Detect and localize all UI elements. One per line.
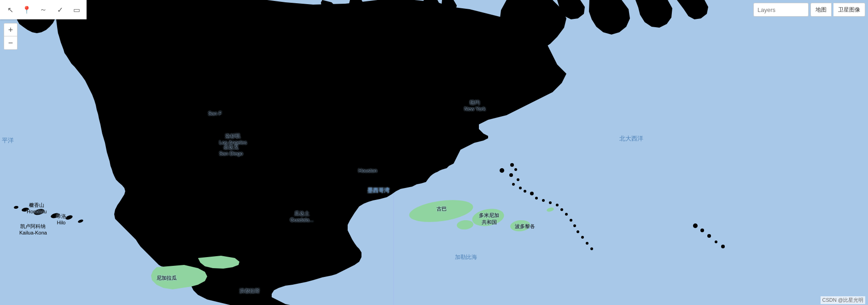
map-container[interactable]: ↖ 📍 ～ ✓ ▭ + − 地图 卫星图像 纽约New York 洛杉矶Los … [0,0,868,305]
layers-input[interactable] [753,3,809,17]
svg-point-4 [512,183,515,186]
select-tool-button[interactable]: ↖ [4,3,17,16]
svg-point-22 [707,234,711,238]
toolbar: ↖ 📍 ～ ✓ ▭ [0,0,87,19]
zoom-out-button[interactable]: − [4,36,17,49]
zoom-controls: + − [4,23,17,50]
svg-point-7 [530,192,534,195]
rectangle-tool-button[interactable]: ▭ [70,3,83,16]
pin-tool-button[interactable]: 📍 [20,3,33,16]
svg-point-18 [586,242,588,245]
svg-point-23 [715,240,717,243]
svg-point-14 [570,219,572,222]
svg-point-25 [500,168,504,173]
svg-point-8 [535,197,538,199]
svg-point-10 [549,201,552,204]
svg-point-16 [577,230,579,233]
svg-point-9 [542,199,545,202]
attribution: CSDN @比星光明 [821,296,865,304]
svg-point-3 [517,178,519,181]
svg-point-2 [509,173,513,177]
svg-point-39 [514,168,517,171]
svg-point-12 [560,208,563,211]
svg-point-5 [519,187,522,189]
zoom-in-button[interactable]: + [4,23,17,36]
map-type-map-button[interactable]: 地图 [810,3,832,17]
svg-point-21 [700,229,704,232]
svg-point-19 [590,247,593,250]
svg-point-11 [556,204,559,206]
svg-point-6 [524,190,526,193]
svg-point-15 [573,224,576,227]
svg-point-26 [29,203,33,207]
svg-point-20 [693,223,698,228]
top-right-controls: 地图 卫星图像 [753,3,865,17]
svg-point-13 [565,213,568,216]
polyline-tool-button[interactable]: ～ [37,3,50,16]
svg-point-17 [581,236,584,239]
svg-point-24 [721,245,725,248]
svg-point-38 [510,163,514,167]
map-svg [0,0,868,305]
map-type-satellite-button[interactable]: 卫星图像 [833,3,865,17]
check-tool-button[interactable]: ✓ [53,3,66,16]
